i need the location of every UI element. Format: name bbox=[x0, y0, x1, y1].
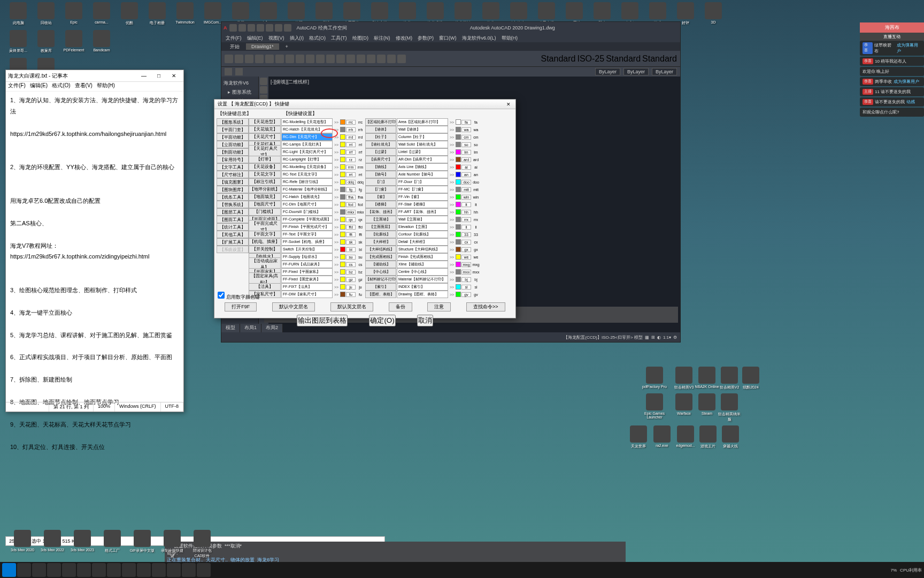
prop-button[interactable] bbox=[235, 68, 243, 75]
command-field[interactable]: RC-Text【天花文字】 bbox=[281, 171, 333, 178]
key-field[interactable]: fa bbox=[461, 120, 471, 125]
color-swatch[interactable] bbox=[340, 247, 345, 252]
row-label[interactable]: 【柱子】 bbox=[365, 133, 396, 141]
side-node[interactable]: ▸ 图形系统 bbox=[224, 88, 256, 97]
desktop-icon[interactable]: Twinmotion bbox=[172, 2, 198, 24]
arrow-icon[interactable]: >> bbox=[333, 180, 340, 184]
command-field[interactable]: FF-FIXT【洁具】 bbox=[281, 283, 333, 291]
menu-item[interactable]: 帮助(H) bbox=[97, 82, 115, 91]
command-field[interactable]: RC-Hatch【天花填充】 bbox=[281, 126, 333, 133]
doc-tab[interactable]: 开始 bbox=[225, 43, 245, 51]
maximize-button[interactable]: □ bbox=[151, 73, 166, 79]
color-swatch[interactable] bbox=[340, 134, 345, 140]
workspace-label[interactable]: AutoCAD 经典工作空间 bbox=[297, 25, 347, 32]
color-swatch[interactable] bbox=[340, 194, 345, 200]
row-label[interactable]: 【天花尺寸】 bbox=[249, 133, 281, 141]
command-field[interactable]: Finish【完成面相线】 bbox=[397, 253, 448, 261]
desktop-icon[interactable]: 3ds Max 2022 bbox=[40, 530, 65, 559]
taskbar-button[interactable] bbox=[32, 563, 46, 577]
category-button[interactable]: 【系统设置】 bbox=[217, 246, 249, 253]
dim-select[interactable]: ISO-25 bbox=[577, 54, 604, 64]
row-label[interactable]: 【过梁】 bbox=[365, 148, 396, 156]
color-swatch[interactable] bbox=[456, 119, 461, 125]
ribbon-button[interactable] bbox=[336, 55, 345, 63]
arrow-icon[interactable]: >> bbox=[333, 263, 340, 267]
color-swatch[interactable] bbox=[340, 269, 345, 275]
row-label[interactable]: 【立面墙】 bbox=[365, 216, 396, 223]
color-swatch[interactable] bbox=[340, 179, 345, 185]
style-select[interactable]: Standard bbox=[541, 54, 576, 64]
row-label[interactable]: 【门窗】 bbox=[365, 186, 396, 193]
color-swatch[interactable] bbox=[340, 164, 345, 170]
color-swatch[interactable] bbox=[340, 187, 345, 192]
arrow-icon[interactable]: >> bbox=[333, 248, 340, 252]
layer-select[interactable]: ByLayer bbox=[623, 68, 649, 75]
command-field[interactable]: FF-Finish【平面完成尺寸】 bbox=[281, 223, 333, 231]
ribbon-button[interactable] bbox=[265, 55, 274, 63]
desktop-icon[interactable]: 吴锋弟哥... bbox=[5, 30, 31, 54]
key-field[interactable]: fg bbox=[346, 187, 356, 192]
command-field[interactable]: Axle Number【轴号】 bbox=[397, 171, 448, 178]
key-field[interactable]: 33 bbox=[461, 232, 471, 237]
desktop-icon[interactable]: 录制全能快捷键 bbox=[159, 530, 185, 559]
color-swatch[interactable] bbox=[340, 209, 345, 215]
desktop-icon[interactable]: 3D bbox=[700, 2, 726, 24]
dialog-button[interactable]: 默认英文层名 bbox=[330, 302, 373, 311]
desktop-icon[interactable]: 3ds Max 2020 bbox=[10, 530, 35, 559]
taskbar-button[interactable] bbox=[17, 563, 31, 577]
menu-item[interactable]: 文件(F) bbox=[8, 82, 26, 91]
command-field[interactable]: Axis Line【轴线】 bbox=[397, 163, 448, 171]
command-field[interactable]: FC-Material【地坪分割线】 bbox=[281, 186, 333, 193]
key-field[interactable]: bz bbox=[346, 270, 356, 275]
color-swatch[interactable] bbox=[456, 149, 461, 155]
desktop-icon[interactable]: 狙击精英纳米服 bbox=[717, 393, 742, 422]
key-field[interactable]: rrl bbox=[346, 142, 356, 147]
taskbar-button[interactable] bbox=[92, 563, 106, 577]
command-field[interactable]: Switch【开关控制】 bbox=[281, 246, 333, 253]
row-label[interactable]: 【区域轮廓不打印】 bbox=[365, 118, 396, 126]
command-field[interactable]: RC-Light【天花灯具尺寸】 bbox=[281, 148, 333, 156]
color-swatch[interactable] bbox=[340, 232, 345, 237]
arrow-icon[interactable]: >> bbox=[333, 195, 340, 199]
color-swatch[interactable] bbox=[456, 232, 461, 237]
category-button[interactable]: 【填充图案】 bbox=[217, 178, 249, 186]
color-swatch[interactable] bbox=[456, 202, 461, 207]
row-label[interactable]: 【材料标记不打印】 bbox=[365, 276, 396, 283]
command-field[interactable]: RC-Lamps【天花灯具】 bbox=[281, 141, 333, 148]
ribbon-button[interactable] bbox=[387, 55, 396, 63]
menu-item[interactable]: 插入(I) bbox=[290, 35, 304, 42]
ribbon-button[interactable] bbox=[286, 55, 294, 63]
command-field[interactable]: FF-Socket【机电、插座】 bbox=[281, 238, 333, 246]
row-label[interactable]: 【轮廓线】 bbox=[365, 231, 396, 238]
key-field[interactable]: rrd bbox=[346, 135, 356, 140]
ribbon-button[interactable] bbox=[316, 55, 325, 63]
menu-item[interactable]: 格式(O) bbox=[52, 82, 70, 91]
key-field[interactable]: gz bbox=[346, 277, 356, 282]
command-field[interactable]: FF-Supply【给排水】 bbox=[281, 253, 333, 261]
row-label[interactable]: 【地面填充】 bbox=[249, 193, 281, 201]
desktop-icon[interactable]: PDFelement bbox=[61, 30, 87, 52]
command-field[interactable]: Drawing【图框、表格】 bbox=[397, 291, 448, 298]
arrow-icon[interactable]: >> bbox=[333, 120, 340, 124]
key-field[interactable]: wa bbox=[461, 127, 471, 132]
command-field[interactable]: Lintel【过梁】 bbox=[397, 148, 448, 156]
category-button[interactable]: 【扩展工具】 bbox=[217, 238, 249, 246]
row-label[interactable]: 【标注引线】 bbox=[249, 178, 281, 186]
dialog-button[interactable]: 确定(O) bbox=[369, 315, 395, 326]
desktop-icon[interactable]: 格式工厂 bbox=[99, 530, 125, 559]
category-button[interactable]: 【常用符号】 bbox=[217, 156, 249, 163]
command-field[interactable]: FF-Door【门】 bbox=[397, 178, 448, 186]
arrow-icon[interactable]: >> bbox=[333, 173, 340, 177]
desktop-icon[interactable]: 穿越火线 bbox=[718, 425, 743, 449]
color-swatch[interactable] bbox=[340, 292, 345, 297]
dialog-button[interactable]: 默认中文层名 bbox=[272, 302, 315, 311]
command-field[interactable]: FF-FURN【成品家具】 bbox=[281, 261, 333, 268]
color-swatch[interactable] bbox=[456, 134, 461, 140]
color-swatch[interactable] bbox=[340, 172, 345, 177]
arrow-icon[interactable]: >> bbox=[449, 180, 455, 184]
command-field[interactable]: Wall【立面墙】 bbox=[397, 216, 448, 223]
arrow-icon[interactable]: >> bbox=[333, 188, 340, 192]
color-swatch[interactable] bbox=[456, 194, 461, 200]
row-label[interactable]: 【平面文字】 bbox=[249, 231, 281, 238]
key-field[interactable]: so bbox=[461, 142, 471, 147]
